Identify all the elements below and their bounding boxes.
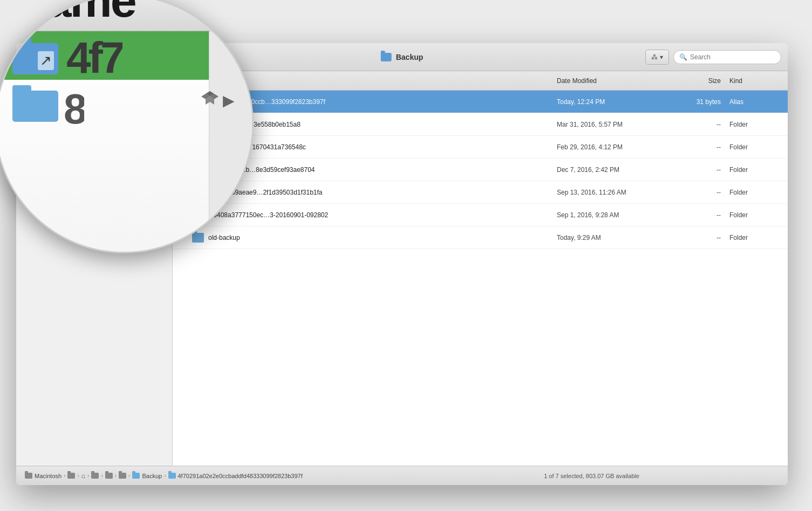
search-input[interactable] (690, 53, 766, 61)
zoom-main: ↗ 4f7 8 (0, 31, 252, 252)
breadcrumb-sep: › (64, 473, 65, 479)
file-date: Sep 1, 2016, 9:28 AM (557, 211, 675, 219)
breadcrumb-item[interactable]: Macintosh (25, 473, 62, 479)
arrange-chevron: ▾ (660, 53, 663, 61)
breadcrumb-sep: › (77, 473, 79, 479)
file-size: -- (675, 143, 729, 151)
breadcrumb-sep: › (164, 473, 166, 479)
file-date: Today, 9:29 AM (557, 234, 675, 241)
column-headers: Name ▲ Date Modified Size Kind (173, 71, 788, 91)
file-size: -- (675, 166, 729, 174)
file-size: -- (675, 189, 729, 196)
breadcrumb-sep: › (128, 473, 130, 479)
breadcrumb-item[interactable] (67, 473, 75, 479)
file-size: -- (675, 211, 729, 219)
search-bar[interactable]: 🔍 (673, 50, 781, 64)
zoom-hash2-label: 8 (64, 88, 84, 130)
file-kind: Folder (729, 189, 783, 196)
column-date[interactable]: Date Modified (557, 77, 675, 85)
zoom-header: Name (0, 0, 252, 31)
breadcrumb-item[interactable] (119, 473, 126, 479)
bc-text: Backup (142, 473, 162, 479)
file-kind: Folder (729, 234, 783, 241)
arrange-icon: ⁂ (651, 53, 658, 61)
table-row[interactable]: 6e37357057…71670431a736548c Feb 29, 2016… (173, 136, 788, 158)
table-row[interactable]: 3050e4889aeae9…2f1d39503d1f31b1fa Sep 13… (173, 181, 788, 204)
zoom-dropbox-icon (201, 89, 219, 111)
zoom-big-folder: ↗ (12, 38, 58, 74)
file-rows: 4f70291a02e2e0ccb…333099f2823b397f Today… (173, 91, 788, 466)
bc-blue-folder-icon (168, 473, 176, 479)
zoom-content: Name ↗ 4f7 8 (0, 0, 252, 252)
file-kind: Folder (729, 121, 783, 128)
bc-folder-icon (67, 473, 75, 479)
breadcrumb: Macintosh › › ⌂ › › › › (25, 472, 400, 480)
bc-folder-icon (91, 473, 99, 479)
zoom-play-icon: ▶ (223, 92, 235, 109)
file-date: Sep 13, 2016, 11:26 AM (557, 189, 675, 196)
arrange-button[interactable]: ⁂ ▾ (645, 50, 669, 65)
breadcrumb-item[interactable]: ⌂ (81, 472, 85, 480)
status-bar: Macintosh › › ⌂ › › › › (16, 466, 788, 485)
breadcrumb-sep: › (87, 473, 89, 479)
title-folder-icon (381, 53, 392, 61)
file-size: -- (675, 121, 729, 128)
breadcrumb-item[interactable]: 4f70291a02e2e0ccbaddfd48333099f2823b397f (168, 473, 303, 479)
file-kind: Alias (729, 98, 783, 106)
file-date: Feb 29, 2016, 4:12 PM (557, 143, 675, 151)
zoom-folder-body: ↗ (12, 43, 58, 74)
file-size: -- (675, 234, 729, 241)
table-row[interactable]: 2653d11b091b…8e3d59cef93ae8704 Dec 7, 20… (173, 158, 788, 181)
zoom-circle: Name ↗ 4f7 8 (0, 0, 254, 253)
column-kind[interactable]: Kind (729, 77, 783, 85)
bc-home-icon: ⌂ (81, 472, 85, 480)
file-size: 31 bytes (675, 98, 729, 106)
column-size[interactable]: Size (675, 77, 729, 85)
file-date: Today, 12:24 PM (557, 98, 675, 106)
table-row[interactable]: ▶ old-backup Today, 9:29 AM -- Folder (173, 226, 788, 249)
file-kind: Folder (729, 166, 783, 174)
window-title: Backup (396, 53, 424, 61)
bc-folder-icon (25, 473, 32, 479)
bc-blue-folder-icon (132, 473, 140, 479)
breadcrumb-sep: › (101, 473, 103, 479)
file-date: Dec 7, 2016, 2:42 PM (557, 166, 675, 174)
breadcrumb-sep: › (115, 473, 117, 479)
bc-folder-icon (105, 473, 113, 479)
toolbar-right: ⁂ ▾ 🔍 (645, 50, 781, 65)
status-text: 1 of 7 selected, 803.07 GB available (404, 473, 779, 479)
table-row[interactable]: 4f70291a02e2e0ccb…333099f2823b397f Today… (173, 91, 788, 113)
zoom-hash-label: 4f7 (66, 36, 122, 80)
file-kind: Folder (729, 143, 783, 151)
breadcrumb-item[interactable]: Backup (132, 473, 162, 479)
bc-text: Macintosh (35, 473, 62, 479)
file-list-area: Name ▲ Date Modified Size Kind (173, 71, 788, 466)
bc-text: 4f70291a02e2e0ccbaddfd48333099f2823b397f (178, 473, 303, 479)
breadcrumb-item[interactable] (105, 473, 113, 479)
search-icon: 🔍 (679, 53, 687, 61)
breadcrumb-item[interactable] (91, 473, 99, 479)
bc-folder-icon (119, 473, 126, 479)
table-row[interactable]: 99951fecd…dab3e558b0eb15a8 Mar 31, 2016,… (173, 113, 788, 136)
file-kind: Folder (729, 211, 783, 219)
zoom-sidebar-strip (209, 31, 252, 252)
window-title-area: Backup (381, 53, 424, 61)
zoom-name-label: Name (12, 0, 135, 24)
file-date: Mar 31, 2016, 5:57 PM (557, 121, 675, 128)
zoom-folder-arrow: ↗ (38, 51, 54, 70)
zoom-second-folder (12, 85, 58, 122)
table-row[interactable]: e89408a3777150ec…3-20160901-092802 Sep 1… (173, 204, 788, 226)
